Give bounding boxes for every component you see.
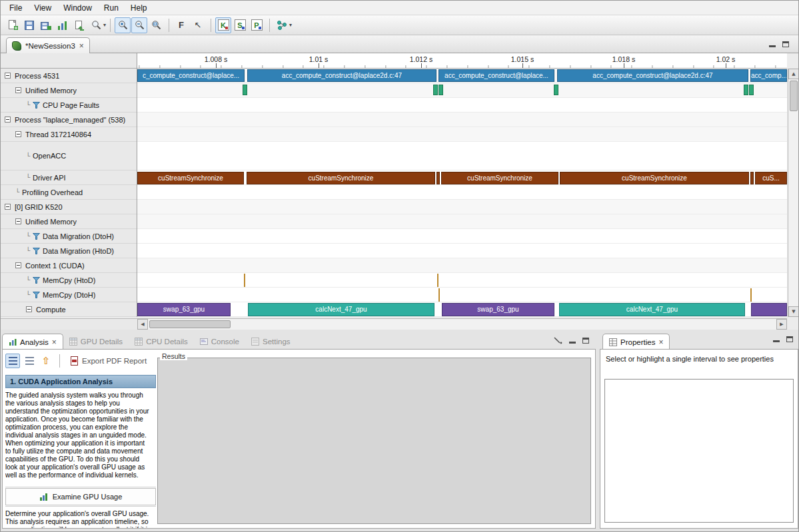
menu-run[interactable]: Run [98, 2, 125, 14]
openacc-wait-marker[interactable] [749, 85, 754, 95]
collapse-toggle-icon[interactable] [15, 87, 21, 93]
tree-row-context-1[interactable]: Context 1 (CUDA) [1, 258, 137, 273]
tree-row-thread[interactable]: Thread 3172140864 [1, 127, 137, 142]
promote-analysis-icon[interactable]: ⇧ [39, 354, 53, 368]
save-icon[interactable] [21, 17, 37, 33]
unguided-analysis-view-icon[interactable] [22, 354, 37, 368]
scrollbar-thumb[interactable] [790, 81, 798, 111]
menu-file[interactable]: File [3, 2, 28, 14]
tree-row-gpu-unified-memory[interactable]: Unified Memory [1, 214, 137, 229]
driver-api-interval[interactable] [750, 172, 754, 184]
openacc-wait-marker[interactable] [744, 85, 748, 95]
process-mode-icon[interactable]: P [249, 17, 265, 33]
collapse-toggle-icon[interactable] [15, 131, 21, 137]
tab-analysis[interactable]: Analysis × [2, 334, 63, 350]
tab-console[interactable]: Console [194, 334, 245, 350]
openacc-wait-marker[interactable] [438, 85, 443, 95]
tree-row-unified-memory[interactable]: Unified Memory [1, 83, 137, 98]
kernel-interval[interactable]: calcNext_47_gpu [248, 303, 434, 316]
analysis-stage-header[interactable]: 1. CUDA Application Analysis [5, 375, 156, 388]
scroll-up-icon[interactable]: ▲ [788, 69, 799, 79]
memcpy-htod-mark[interactable] [437, 274, 438, 287]
tree-row-openacc[interactable]: └ OpenACC [1, 142, 137, 170]
tree-row-cpu-page-faults[interactable]: └ CPU Page Faults [1, 98, 137, 113]
tab-gpu-details[interactable]: GPU Details [63, 334, 129, 350]
driver-api-interval[interactable]: cuStreamSynchronize [441, 172, 558, 184]
memcpy-dtoh-mark[interactable] [438, 288, 440, 302]
driver-api-interval[interactable] [436, 172, 440, 184]
maximize-icon[interactable] [786, 336, 793, 342]
view-menu-icon[interactable] [553, 336, 562, 344]
scroll-right-icon[interactable]: ▶ [776, 319, 787, 330]
menu-view[interactable]: View [28, 2, 57, 14]
kernel-interval[interactable]: swap_63_gpu [442, 303, 554, 316]
export-pdf-button[interactable]: Export PDF Report [66, 355, 151, 367]
vertical-scrollbar[interactable]: ▲ ▼ [788, 69, 799, 317]
menu-window[interactable]: Window [57, 2, 98, 14]
collapse-toggle-icon[interactable] [26, 306, 32, 312]
kernel-interval[interactable]: swap_63_gpu [137, 303, 231, 316]
tree-row-memcpy-dtoh[interactable]: └ MemCpy (DtoH) [1, 288, 137, 302]
openacc-interval[interactable]: acc_compute_construct@laplace... [438, 69, 554, 82]
kernel-interval[interactable] [751, 303, 787, 316]
tab-cpu-details[interactable]: CPU Details [129, 334, 194, 350]
zoom-fit-icon[interactable] [148, 17, 164, 33]
examine-gpu-usage-button[interactable]: Examine GPU Usage [5, 488, 156, 505]
new-session-icon[interactable] [5, 17, 21, 33]
tree-row-data-migration-htod[interactable]: └ Data Migration (HtoD) [1, 244, 137, 258]
guided-analysis-view-icon[interactable] [5, 354, 20, 368]
kernel-mode-icon[interactable]: K [215, 17, 231, 33]
tab-properties[interactable]: Properties × [602, 334, 670, 350]
analysis-graph-icon[interactable] [274, 17, 290, 33]
stream-mode-icon[interactable]: S [232, 17, 248, 33]
openacc-interval[interactable]: acc_comp... [750, 69, 787, 82]
collapse-toggle-icon[interactable] [5, 73, 11, 79]
timeline-canvas[interactable]: c_compute_construct@laplace... acc_compu… [137, 69, 787, 317]
scrollbar-thumb[interactable] [149, 320, 231, 328]
collapse-toggle-icon[interactable] [5, 204, 11, 210]
openacc-wait-marker[interactable] [554, 85, 558, 95]
marker-f-icon[interactable]: F [173, 17, 189, 33]
driver-api-interval[interactable]: cuStreamSynchronize [247, 172, 435, 184]
export-icon[interactable] [71, 17, 87, 33]
maximize-icon[interactable] [782, 41, 789, 47]
close-icon[interactable]: × [658, 339, 663, 346]
zoom-in-icon[interactable] [115, 17, 131, 33]
analysis-dropdown-icon[interactable]: ▾ [289, 22, 292, 28]
marker-arrow-icon[interactable]: ↖ [190, 17, 206, 33]
session-tab[interactable]: *NewSession3 × [6, 37, 90, 53]
openacc-wait-marker[interactable] [433, 85, 438, 95]
scroll-left-icon[interactable]: ◀ [137, 319, 148, 330]
tree-row-data-migration-dtoh[interactable]: └ Data Migration (DtoH) [1, 229, 137, 244]
memcpy-htod-mark[interactable] [244, 274, 245, 287]
minimize-icon[interactable] [569, 338, 576, 344]
profile-application-icon[interactable] [55, 17, 71, 33]
close-icon[interactable]: × [79, 43, 84, 49]
kernel-interval[interactable]: calcNext_47_gpu [559, 303, 745, 316]
zoom-tool-dropdown-icon[interactable]: ▾ [103, 22, 106, 28]
driver-api-interval[interactable]: cuStreamSynchronize [137, 172, 244, 184]
horizontal-scrollbar[interactable]: ◀ ▶ [137, 318, 787, 330]
collapse-toggle-icon[interactable] [5, 117, 11, 123]
zoom-out-icon[interactable] [131, 17, 147, 33]
openacc-interval[interactable]: c_compute_construct@laplace... [137, 69, 245, 82]
collapse-toggle-icon[interactable] [15, 218, 21, 224]
tree-row-driver-api[interactable]: └ Driver API [1, 170, 137, 185]
collapse-toggle-icon[interactable] [15, 262, 21, 268]
tree-row-profiling-overhead[interactable]: └ Profiling Overhead [1, 185, 137, 200]
tree-row-memcpy-htod[interactable]: └ MemCpy (HtoD) [1, 273, 137, 288]
minimize-icon[interactable] [773, 336, 780, 342]
driver-api-interval[interactable]: cuS... [755, 172, 787, 184]
tree-row-process-laplace[interactable]: Process "laplace_managed" (538) [1, 113, 137, 127]
scroll-down-icon[interactable]: ▼ [788, 306, 799, 317]
memcpy-dtoh-mark[interactable] [750, 288, 752, 302]
tree-row-grid-k520[interactable]: [0] GRID K520 [1, 200, 137, 214]
tab-settings[interactable]: Settings [245, 334, 297, 350]
zoom-tool-icon[interactable] [88, 17, 104, 33]
minimize-icon[interactable] [769, 41, 776, 47]
tree-row-compute[interactable]: Compute [1, 302, 137, 317]
close-icon[interactable]: × [52, 339, 57, 346]
openacc-interval[interactable]: acc_compute_construct@laplace2d.c:47 [247, 69, 436, 82]
openacc-wait-marker[interactable] [243, 85, 247, 95]
openacc-interval[interactable]: acc_compute_construct@laplace2d.c:47 [557, 69, 748, 82]
